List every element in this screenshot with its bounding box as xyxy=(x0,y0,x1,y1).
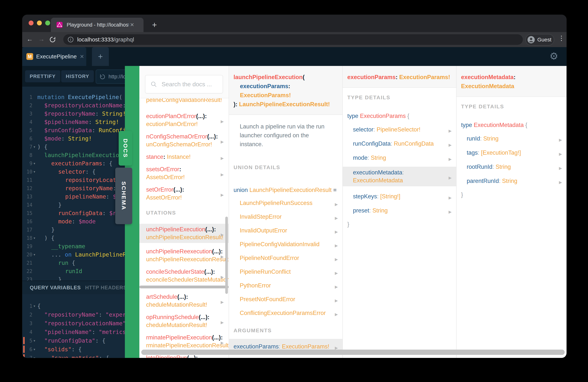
variables-line-7[interactable]: 7▾"save_metrics": { xyxy=(22,354,125,358)
docs-field-tags[interactable]: tags: [ExecutionTag!]▶ xyxy=(457,149,567,157)
editor-line-15[interactable]: 15runConfigData: $runConfigData xyxy=(22,209,125,217)
profile-button[interactable]: Guest xyxy=(525,34,554,45)
fold-arrow-icon[interactable]: ▾ xyxy=(33,337,36,345)
editor-line-19[interactable]: 19__typename xyxy=(22,242,125,251)
docs-horizontal-scrollbar[interactable] xyxy=(141,350,565,355)
tab-query-variables[interactable]: QUERY VARIABLES xyxy=(30,285,81,291)
docs-field-rootRunId[interactable]: rootRunId: String▶ xyxy=(457,163,567,171)
docs-list-item[interactable]: setOrError(...): AssetOrError!▶ xyxy=(139,186,229,202)
editor-line-14[interactable]: 14} xyxy=(22,201,125,209)
union-member-pipelineconfigvalidationinvalid[interactable]: PipelineConfigValidationInvalid▶ xyxy=(229,240,343,248)
forward-icon[interactable]: → xyxy=(37,35,45,43)
browser-menu-icon[interactable]: ⋮ xyxy=(558,34,564,42)
docs-list-item[interactable]: stance: Instance!▶ xyxy=(139,153,229,161)
editor-line-8[interactable]: 8launchPipelineExecution( xyxy=(22,151,125,159)
playground-tab-executepipeline[interactable]: M ExecutePipeline ✕ xyxy=(22,47,86,66)
docs-list-item[interactable]: unchPipelineReexecution(...):unchPipelin… xyxy=(139,248,229,263)
playground-new-tab-button[interactable]: + xyxy=(92,47,109,66)
editor-line-21[interactable]: 21run { xyxy=(22,259,125,267)
editor-line-1[interactable]: 1mutation ExecutePipeline( xyxy=(22,93,125,101)
union-member-conflictingexecutionparamserror[interactable]: ConflictingExecutionParamsError▶ xyxy=(229,309,343,317)
docs-field-selector[interactable]: selector: PipelineSelector!▶ xyxy=(343,126,457,133)
window-close-button[interactable] xyxy=(29,21,34,25)
docs-list-item[interactable]: opRunningSchedule(...):cheduleMutationRe… xyxy=(139,313,229,329)
docs-list-item[interactable]: ssetsOrError: AssetsOrError!▶ xyxy=(139,165,229,181)
fold-arrow-icon[interactable]: ▾ xyxy=(33,251,36,259)
editor-line-4[interactable]: 4$pipelineName: String! xyxy=(22,118,125,126)
history-button[interactable]: HISTORY xyxy=(61,70,94,82)
reload-icon[interactable] xyxy=(49,36,56,43)
settings-gear-icon[interactable]: ⚙ xyxy=(549,50,558,62)
editor-line-12[interactable]: 12repositoryName: $repositoryName xyxy=(22,184,125,192)
playground-tab-close-icon[interactable]: ✕ xyxy=(80,54,84,60)
docs-sidebar-tab[interactable]: DOCS xyxy=(119,131,132,166)
site-info-icon[interactable] xyxy=(67,36,74,43)
fold-arrow-icon[interactable]: ▾ xyxy=(33,143,36,151)
union-member-pipelinenotfounderror[interactable]: PipelineNotFoundError▶ xyxy=(229,254,343,262)
variables-line-1[interactable]: 1▾{ xyxy=(22,302,125,310)
query-editor[interactable]: 1mutation ExecutePipeline(2$repositoryLo… xyxy=(22,87,125,281)
editor-line-7[interactable]: 7▾) { xyxy=(22,143,125,151)
docs-list-item[interactable]: ecutionPlanOrError(...):ecutionPlanOrErr… xyxy=(139,112,229,128)
docs-field-runConfigData[interactable]: runConfigData: RunConfigData▶ xyxy=(343,140,457,148)
tab-http-headers[interactable]: HTTP HEADERS xyxy=(85,285,125,291)
fold-arrow-icon[interactable]: ▾ xyxy=(33,234,36,242)
editor-line-22[interactable]: 22runId xyxy=(22,267,125,276)
docs-field-preset[interactable]: preset: String▶ xyxy=(343,207,457,214)
editor-line-20[interactable]: 20▾... on LaunchPipelineRunSuccess xyxy=(22,251,125,259)
editor-line-2[interactable]: 2$repositoryLocationName: xyxy=(22,101,125,110)
docs-inner-horizontal-scrollbar[interactable] xyxy=(139,286,229,288)
fold-arrow-icon[interactable]: ▾ xyxy=(33,354,36,358)
docs-list-item[interactable]: rminatePipelineExecution(...):rminatePip… xyxy=(139,334,229,349)
query-variables-pane[interactable]: QUERY VARIABLES HTTP HEADERS 1▾{2"reposi… xyxy=(22,281,125,358)
fold-arrow-icon[interactable]: ▾ xyxy=(33,302,36,310)
new-tab-button[interactable]: + xyxy=(149,19,160,30)
editor-line-11[interactable]: 11repositoryLocationName xyxy=(22,176,125,184)
docs-list-item[interactable]: artSchedule(...):cheduleMutationResult!▶ xyxy=(139,293,229,309)
variables-line-6[interactable]: 6▾"solids": { xyxy=(22,345,125,354)
editor-line-6[interactable]: 6$mode: String! xyxy=(22,134,125,143)
docs-list-item[interactable]: concileSchedulerState(...):econcileSched… xyxy=(139,268,229,284)
endpoint-reload-icon[interactable] xyxy=(99,73,106,80)
editor-line-10[interactable]: 10▾selector: { xyxy=(22,168,125,176)
fold-arrow-icon[interactable]: ▾ xyxy=(33,159,36,168)
editor-line-3[interactable]: 3$repositoryName: String! xyxy=(22,110,125,118)
editor-line-13[interactable]: 13pipelineName: $pipelineName xyxy=(22,192,125,201)
docs-list-item[interactable]: nConfigSchemaOrError(...):unConfigSchema… xyxy=(139,133,229,149)
editor-line-9[interactable]: 9▾executionParams: { xyxy=(22,159,125,168)
docs-field-parentRunId[interactable]: parentRunId: String▶ xyxy=(457,177,567,185)
editor-line-5[interactable]: 5$runConfigData: RunConfigData xyxy=(22,126,125,134)
address-bar[interactable]: localhost:3333/graphql xyxy=(63,34,523,45)
union-member-pythonerror[interactable]: PythonError▶ xyxy=(229,282,343,290)
union-member-pipelinerunconflict[interactable]: PipelineRunConflict▶ xyxy=(229,268,343,276)
docs-field-executionMetadata[interactable]: executionMetadata:ExecutionMetadata▶ xyxy=(343,167,457,186)
variables-line-4[interactable]: 4"pipelineName": "metrics xyxy=(22,328,125,337)
tab-close-icon[interactable]: ✕ xyxy=(130,22,134,28)
union-member-presetnotfounderror[interactable]: PresetNotFoundError▶ xyxy=(229,295,343,303)
fold-arrow-icon[interactable]: ▾ xyxy=(33,345,36,354)
variables-line-2[interactable]: 2"repositoryName": "exper xyxy=(22,310,125,319)
fold-arrow-icon[interactable]: ▾ xyxy=(33,168,36,176)
docs-search-box[interactable] xyxy=(145,75,223,93)
editor-line-17[interactable]: 17} xyxy=(22,226,125,234)
prettify-button[interactable]: PRETTIFY xyxy=(25,70,60,82)
union-member-launchpipelinerunsuccess[interactable]: LaunchPipelineRunSuccess▶ xyxy=(229,199,343,207)
docs-search-input[interactable] xyxy=(161,81,218,88)
browser-tab[interactable]: Playground - http://localhost:3 ✕ xyxy=(51,18,144,32)
union-member-invalidoutputerror[interactable]: InvalidOutputError▶ xyxy=(229,227,343,234)
docs-vertical-scrollbar[interactable] xyxy=(225,217,228,294)
variables-line-3[interactable]: 3"repositoryLocationName" xyxy=(22,319,125,328)
union-member-invalidsteperror[interactable]: InvalidStepError▶ xyxy=(229,213,343,221)
schema-sidebar-tab[interactable]: SCHEMA xyxy=(115,168,132,224)
docs-field-mode[interactable]: mode: String▶ xyxy=(343,154,457,162)
docs-list-item[interactable]: unchPipelineExecution(...):unchPipelineE… xyxy=(139,224,229,243)
docs-field-stepKeys[interactable]: stepKeys: [String!]▶ xyxy=(343,192,457,200)
back-icon[interactable]: ← xyxy=(26,35,34,43)
editor-line-23[interactable]: 23} xyxy=(22,276,125,281)
editor-line-18[interactable]: 18▾) { xyxy=(22,234,125,242)
editor-line-16[interactable]: 16mode: $mode xyxy=(22,217,125,226)
window-minimize-button[interactable] xyxy=(37,21,42,25)
window-zoom-button[interactable] xyxy=(45,21,50,25)
docs-field-runId[interactable]: runId: String▶ xyxy=(457,135,567,143)
variables-line-5[interactable]: 5▾"runConfigData": { xyxy=(22,337,125,345)
